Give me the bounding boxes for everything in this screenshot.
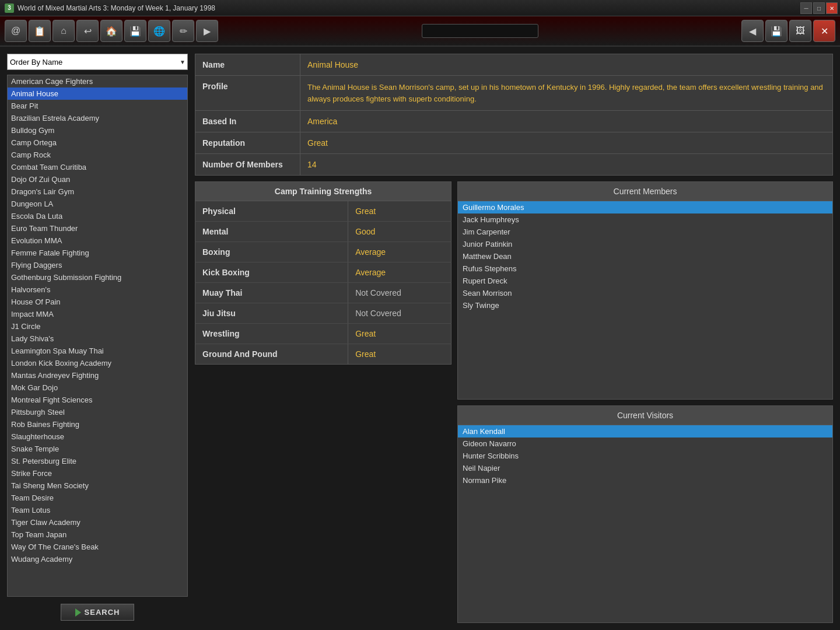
- training-row-value: Great: [348, 344, 452, 365]
- member-list-item[interactable]: Sly Twinge: [458, 299, 832, 312]
- camp-list-item[interactable]: Gothenburg Submission Fighting: [8, 271, 187, 284]
- toolbar-back-button[interactable]: ↩: [76, 20, 99, 42]
- current-visitors-section: Current Visitors Alan KendallGideon Nava…: [457, 405, 833, 624]
- profile-row: Profile The Animal House is Sean Morriso…: [195, 76, 832, 111]
- minimize-button[interactable]: ─: [800, 2, 812, 14]
- members-visitors: Current Members Guillermo MoralesJack Hu…: [457, 181, 833, 623]
- camp-list-item[interactable]: Lady Shiva's: [8, 332, 187, 345]
- visitor-list-item[interactable]: Gideon Navarro: [458, 438, 832, 450]
- camp-list-item[interactable]: Camp Rock: [8, 149, 187, 161]
- training-row-value: Not Covered: [348, 283, 452, 303]
- members-count-label: Number Of Members: [195, 154, 300, 175]
- toolbar-home-button[interactable]: ⌂: [52, 20, 75, 42]
- camp-list-item[interactable]: Dungeon LA: [8, 198, 187, 210]
- camp-list-item[interactable]: Brazilian Estrela Academy: [8, 112, 187, 124]
- toolbar-home2-button[interactable]: 🏠: [100, 20, 123, 42]
- basedin-value: America: [300, 111, 832, 132]
- camp-list-item[interactable]: Mok Gar Dojo: [8, 382, 187, 394]
- camp-list-item[interactable]: Pittsburgh Steel: [8, 406, 187, 418]
- toolbar-img-button[interactable]: 🖼: [789, 20, 811, 42]
- window-controls: ─ □ ✕: [800, 2, 838, 14]
- visitors-header: Current Visitors: [458, 406, 832, 425]
- current-members-section: Current Members Guillermo MoralesJack Hu…: [457, 181, 833, 400]
- camp-list-item[interactable]: Euro Team Thunder: [8, 222, 187, 235]
- camp-list-item[interactable]: Mantas Andreyev Fighting: [8, 369, 187, 382]
- camp-list-item[interactable]: Wudang Academy: [8, 553, 187, 565]
- training-row: MentalGood: [195, 222, 452, 242]
- training-row: Kick BoxingAverage: [195, 262, 452, 283]
- camp-list-item[interactable]: Bulldog Gym: [8, 124, 187, 136]
- training-row: WrestlingGreat: [195, 324, 452, 344]
- members-count-row: Number Of Members 14: [195, 154, 832, 175]
- member-list-item[interactable]: Rufus Stephens: [458, 262, 832, 275]
- camp-list-item[interactable]: Top Team Japan: [8, 528, 187, 541]
- camp-list-item[interactable]: Bear Pit: [8, 100, 187, 112]
- member-list-item[interactable]: Guillermo Morales: [458, 201, 832, 214]
- camp-list-item[interactable]: American Cage Fighters: [8, 75, 187, 88]
- camp-list-item[interactable]: Evolution MMA: [8, 235, 187, 247]
- toolbar-save2-button[interactable]: 💾: [765, 20, 788, 42]
- close-button[interactable]: ✕: [826, 2, 838, 14]
- toolbar-edit-button[interactable]: ✏: [172, 20, 194, 42]
- camp-list-item[interactable]: Camp Ortega: [8, 136, 187, 149]
- camp-list-item[interactable]: Tai Sheng Men Society: [8, 480, 187, 492]
- camp-list-item[interactable]: Combat Team Curitiba: [8, 161, 187, 173]
- camp-list-item[interactable]: Dragon's Lair Gym: [8, 186, 187, 198]
- training-row-label: Jiu Jitsu: [195, 303, 348, 324]
- visitors-list[interactable]: Alan KendallGideon NavarroHunter Scribbi…: [458, 425, 832, 623]
- camp-list-item[interactable]: Team Desire: [8, 492, 187, 504]
- camp-list-item[interactable]: Strike Force: [8, 467, 187, 480]
- member-list-item[interactable]: Sean Morrison: [458, 287, 832, 299]
- camp-list-item[interactable]: J1 Circle: [8, 320, 187, 332]
- sort-dropdown-container: Order By NameOrder By ReputationOrder By…: [7, 54, 188, 70]
- camp-list[interactable]: American Cage FightersAnimal HouseBear P…: [7, 75, 188, 597]
- camp-list-item[interactable]: Slaughterhouse: [8, 430, 187, 443]
- toolbar-close2-button[interactable]: ✕: [813, 20, 835, 42]
- members-list[interactable]: Guillermo MoralesJack HumphreysJim Carpe…: [458, 201, 832, 399]
- member-list-item[interactable]: Jack Humphreys: [458, 214, 832, 226]
- camp-list-item[interactable]: House Of Pain: [8, 296, 187, 308]
- training-row-label: Ground And Pound: [195, 344, 348, 365]
- camp-list-item[interactable]: Montreal Fight Sciences: [8, 394, 187, 406]
- camp-list-item[interactable]: Impact MMA: [8, 308, 187, 320]
- toolbar-play-button[interactable]: ▶: [196, 20, 218, 42]
- visitor-list-item[interactable]: Hunter Scribbins: [458, 450, 832, 462]
- name-row: Name Animal House: [195, 54, 832, 76]
- camp-list-item[interactable]: Flying Daggers: [8, 259, 187, 271]
- toolbar-at-button[interactable]: @: [5, 20, 27, 42]
- toolbar-doc-button[interactable]: 📋: [29, 20, 51, 42]
- camp-list-item[interactable]: Halvorsen's: [8, 284, 187, 296]
- main-content: Order By NameOrder By ReputationOrder By…: [0, 47, 840, 630]
- camp-list-item[interactable]: Rob Baines Fighting: [8, 418, 187, 430]
- member-list-item[interactable]: Rupert Dreck: [458, 275, 832, 287]
- profile-label: Profile: [195, 76, 300, 110]
- visitor-list-item[interactable]: Alan Kendall: [458, 425, 832, 438]
- basedin-label: Based In: [195, 111, 300, 132]
- camp-list-item[interactable]: Escola Da Luta: [8, 210, 187, 222]
- maximize-button[interactable]: □: [813, 2, 825, 14]
- members-header: Current Members: [458, 182, 832, 201]
- visitor-list-item[interactable]: Neil Napier: [458, 462, 832, 474]
- member-list-item[interactable]: Matthew Dean: [458, 250, 832, 262]
- visitor-list-item[interactable]: Norman Pike: [458, 474, 832, 487]
- member-list-item[interactable]: Jim Carpenter: [458, 226, 832, 238]
- camp-list-item[interactable]: Animal House: [8, 88, 187, 100]
- toolbar-save-button[interactable]: 💾: [124, 20, 146, 42]
- camp-list-item[interactable]: Leamington Spa Muay Thai: [8, 345, 187, 357]
- camp-list-item[interactable]: Femme Fatale Fighting: [8, 247, 187, 259]
- sort-dropdown[interactable]: Order By NameOrder By ReputationOrder By…: [7, 54, 188, 70]
- camp-list-item[interactable]: Team Lotus: [8, 504, 187, 516]
- camp-list-item[interactable]: Snake Temple: [8, 443, 187, 455]
- toolbar-left-button[interactable]: ◀: [741, 20, 764, 42]
- toolbar-globe-button[interactable]: 🌐: [148, 20, 170, 42]
- camp-list-item[interactable]: London Kick Boxing Academy: [8, 357, 187, 369]
- camp-list-item[interactable]: Way Of The Crane's Beak: [8, 541, 187, 553]
- app-icon: 3: [5, 4, 14, 13]
- training-row-label: Kick Boxing: [195, 262, 348, 283]
- camp-list-item[interactable]: St. Petersburg Elite: [8, 455, 187, 467]
- member-list-item[interactable]: Junior Patinkin: [458, 238, 832, 250]
- camp-list-item[interactable]: Dojo Of Zui Quan: [8, 173, 187, 186]
- toolbar-right: ◀ 💾 🖼 ✕: [741, 20, 835, 42]
- camp-list-item[interactable]: Tiger Claw Academy: [8, 516, 187, 528]
- search-button[interactable]: SEARCH: [61, 604, 135, 621]
